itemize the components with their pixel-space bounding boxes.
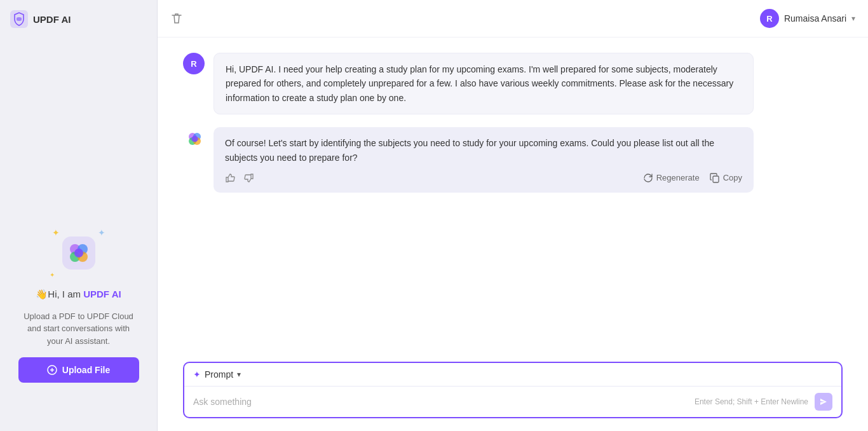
updf-logo-icon <box>10 10 28 28</box>
user-avatar-bubble: R <box>183 53 205 74</box>
upload-icon <box>47 365 57 375</box>
ai-logo-container: ✦ ✦ ✦ <box>47 228 111 278</box>
user-menu[interactable]: R Rumaisa Ansari ▾ <box>760 9 855 28</box>
app-title: UPDF AI <box>33 14 71 25</box>
user-message-bubble: Hi, UPDF AI. I need your help creating a… <box>214 53 754 114</box>
input-container: ✦ Prompt ▾ Enter Send; Shift + Enter New… <box>158 352 868 431</box>
trash-icon <box>170 12 183 25</box>
sparkle-top-left-icon: ✦ <box>52 228 60 238</box>
send-icon <box>819 397 828 406</box>
ai-avatar-bubble <box>183 127 205 149</box>
chat-input-box: ✦ Prompt ▾ Enter Send; Shift + Enter New… <box>183 362 843 418</box>
sidebar-subtitle: Upload a PDF to UPDF Cloud and start con… <box>18 310 139 348</box>
message-tools: Regenerate Copy <box>643 173 742 183</box>
thumbs-up-button[interactable] <box>225 172 236 184</box>
svg-point-14 <box>192 136 198 142</box>
sidebar-promo: ✦ ✦ ✦ 👋Hi, I am UPDF AI Upload a PDF to … <box>18 228 139 383</box>
input-bottom: Enter Send; Shift + Enter Newline <box>184 387 841 417</box>
sparkle-bottom-left-icon: ✦ <box>50 271 55 278</box>
feedback-buttons <box>225 172 254 184</box>
upload-file-button[interactable]: Upload File <box>18 357 139 383</box>
prompt-toolbar: ✦ Prompt ▾ <box>184 363 841 387</box>
sidebar-header: UPDF AI <box>10 10 147 28</box>
chat-area: R Rumaisa Ansari ▾ R Hi, UPDF AI. I need… <box>158 0 868 431</box>
svg-point-6 <box>74 249 83 257</box>
delete-chat-button[interactable] <box>170 12 183 25</box>
prompt-label: Prompt <box>205 369 233 380</box>
table-row: R Hi, UPDF AI. I need your help creating… <box>183 53 843 114</box>
ai-message-bubble: Of course! Let's start by identifying th… <box>214 127 754 193</box>
chat-header: R Rumaisa Ansari ▾ <box>158 0 868 38</box>
messages-container: R Hi, UPDF AI. I need your help creating… <box>158 38 868 352</box>
sidebar: UPDF AI ✦ ✦ ✦ 👋Hi, I am UPDF AI Upload a… <box>0 0 158 431</box>
user-message-text: Hi, UPDF AI. I need your help creating a… <box>226 64 733 103</box>
thumbs-up-icon <box>225 172 236 184</box>
send-button[interactable] <box>815 393 832 411</box>
thumbs-down-icon <box>243 172 254 184</box>
prompt-sparkle-icon: ✦ <box>193 369 201 380</box>
message-actions: Regenerate Copy <box>225 172 742 184</box>
svg-rect-15 <box>713 176 719 182</box>
input-hint-text: Enter Send; Shift + Enter Newline <box>695 397 808 406</box>
user-name: Rumaisa Ansari <box>784 13 846 24</box>
chevron-down-icon: ▾ <box>851 14 855 23</box>
ai-avatar-icon <box>183 127 205 149</box>
regenerate-icon <box>643 173 653 183</box>
greeting-text: 👋Hi, I am UPDF AI <box>36 289 121 300</box>
copy-icon <box>710 173 720 183</box>
avatar: R <box>760 9 779 28</box>
prompt-chevron-icon: ▾ <box>237 370 241 379</box>
thumbs-down-button[interactable] <box>243 172 254 184</box>
updf-ai-main-icon <box>62 236 95 270</box>
regenerate-button[interactable]: Regenerate <box>643 173 700 183</box>
copy-button[interactable]: Copy <box>710 173 742 183</box>
list-item: Of course! Let's start by identifying th… <box>183 127 843 193</box>
ai-message-text: Of course! Let's start by identifying th… <box>225 138 714 162</box>
sparkle-top-right-icon: ✦ <box>98 228 105 238</box>
chat-input[interactable] <box>193 397 695 407</box>
